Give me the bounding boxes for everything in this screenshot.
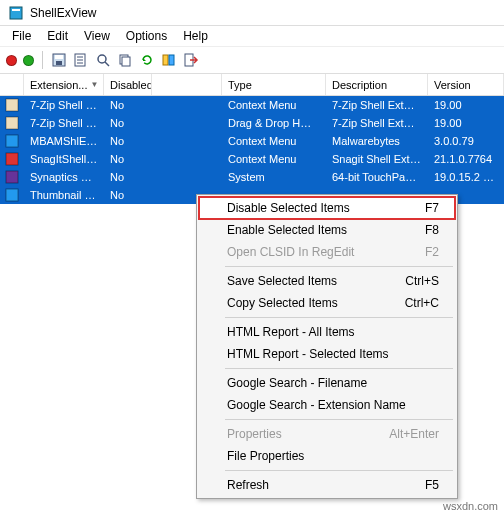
- cell-disabled: No: [104, 99, 152, 111]
- ctx-refresh[interactable]: Refresh F5: [199, 474, 455, 496]
- ctx-html-all[interactable]: HTML Report - All Items: [199, 321, 455, 343]
- save-icon[interactable]: [51, 52, 67, 68]
- menu-options[interactable]: Options: [118, 27, 175, 45]
- extension-icon: [4, 133, 20, 149]
- options-icon[interactable]: [161, 52, 177, 68]
- extension-icon: [4, 187, 20, 203]
- ctx-google-extension[interactable]: Google Search - Extension Name: [199, 394, 455, 416]
- cell-name: Thumbnail …: [24, 189, 104, 201]
- cell-version: 19.00: [428, 99, 504, 111]
- table-row[interactable]: SnagItShellE…NoContext MenuSnagit Shell …: [0, 150, 504, 168]
- copy-icon[interactable]: [117, 52, 133, 68]
- svg-rect-19: [6, 153, 18, 165]
- cell-description: 7-Zip Shell Ext…: [326, 99, 428, 111]
- column-extension[interactable]: Extension... ▼: [24, 74, 104, 95]
- extension-icon: [4, 115, 20, 131]
- svg-rect-12: [122, 57, 130, 66]
- ctx-separator: [225, 419, 453, 420]
- ctx-open-clsid: Open CLSID In RegEdit F2: [199, 241, 455, 263]
- column-version[interactable]: Version: [428, 74, 504, 95]
- ctx-separator: [225, 368, 453, 369]
- cell-disabled: No: [104, 117, 152, 129]
- ctx-copy-selected[interactable]: Copy Selected Items Ctrl+C: [199, 292, 455, 314]
- column-disabled[interactable]: Disabled: [104, 74, 152, 95]
- svg-rect-0: [10, 7, 22, 19]
- ctx-separator: [225, 317, 453, 318]
- ctx-html-selected[interactable]: HTML Report - Selected Items: [199, 343, 455, 365]
- extension-icon: [4, 169, 20, 185]
- cell-disabled: No: [104, 153, 152, 165]
- table-row[interactable]: MBAMShlEx…NoContext MenuMalwarebytes3.0.…: [0, 132, 504, 150]
- table-row[interactable]: 7-Zip Shell E…NoDrag & Drop H…7-Zip Shel…: [0, 114, 504, 132]
- cell-description: Malwarebytes: [326, 135, 428, 147]
- column-headers: Extension... ▼ Disabled Type Description…: [0, 74, 504, 96]
- svg-rect-4: [56, 61, 62, 65]
- context-menu: Disable Selected Items F7 Enable Selecte…: [196, 194, 458, 499]
- cell-version: 19.00: [428, 117, 504, 129]
- exit-icon[interactable]: [183, 52, 199, 68]
- cell-description: 7-Zip Shell Ext…: [326, 117, 428, 129]
- item-list: 7-Zip Shell E…NoContext Menu7-Zip Shell …: [0, 96, 504, 204]
- svg-rect-13: [163, 55, 168, 65]
- svg-rect-3: [55, 55, 63, 59]
- cell-type: Context Menu: [222, 153, 326, 165]
- svg-rect-1: [12, 9, 20, 11]
- sort-indicator-icon: ▼: [91, 80, 99, 89]
- title-bar: ShellExView: [0, 0, 504, 26]
- svg-rect-21: [6, 189, 18, 201]
- cell-description: 64-bit TouchPa…: [326, 171, 428, 183]
- ctx-google-filename[interactable]: Google Search - Filename: [199, 372, 455, 394]
- extension-icon: [4, 151, 20, 167]
- svg-rect-14: [169, 55, 174, 65]
- svg-line-10: [105, 62, 109, 66]
- window-title: ShellExView: [30, 6, 96, 20]
- cell-disabled: No: [104, 189, 152, 201]
- watermark: wsxdn.com: [443, 500, 498, 512]
- svg-rect-18: [6, 135, 18, 147]
- toolbar: [0, 46, 504, 74]
- app-icon: [8, 5, 24, 21]
- enable-icon[interactable]: [23, 55, 34, 66]
- cell-name: Synaptics C…: [24, 171, 104, 183]
- menu-view[interactable]: View: [76, 27, 118, 45]
- menu-edit[interactable]: Edit: [39, 27, 76, 45]
- cell-version: 3.0.0.79: [428, 135, 504, 147]
- ctx-enable-selected[interactable]: Enable Selected Items F8: [199, 219, 455, 241]
- svg-rect-16: [6, 99, 18, 111]
- ctx-disable-selected[interactable]: Disable Selected Items F7: [198, 196, 456, 220]
- ctx-separator: [225, 470, 453, 471]
- cell-description: Snagit Shell Ext…: [326, 153, 428, 165]
- cell-name: SnagItShellE…: [24, 153, 104, 165]
- disable-icon[interactable]: [6, 55, 17, 66]
- table-row[interactable]: Synaptics C…NoSystem64-bit TouchPa…19.0.…: [0, 168, 504, 186]
- cell-name: 7-Zip Shell E…: [24, 99, 104, 111]
- cell-type: Context Menu: [222, 135, 326, 147]
- column-type[interactable]: Type: [222, 74, 326, 95]
- column-description[interactable]: Description: [326, 74, 428, 95]
- cell-version: 19.0.15.2 09Jul15: [428, 171, 504, 183]
- svg-point-9: [98, 55, 106, 63]
- cell-version: 21.1.0.7764: [428, 153, 504, 165]
- cell-name: MBAMShlEx…: [24, 135, 104, 147]
- ctx-save-selected[interactable]: Save Selected Items Ctrl+S: [199, 270, 455, 292]
- properties-icon[interactable]: [73, 52, 89, 68]
- extension-icon: [4, 97, 20, 113]
- ctx-file-properties[interactable]: File Properties: [199, 445, 455, 467]
- refresh-icon[interactable]: [139, 52, 155, 68]
- menu-help[interactable]: Help: [175, 27, 216, 45]
- column-blank[interactable]: [152, 74, 222, 95]
- ctx-properties: Properties Alt+Enter: [199, 423, 455, 445]
- table-row[interactable]: 7-Zip Shell E…NoContext Menu7-Zip Shell …: [0, 96, 504, 114]
- svg-rect-20: [6, 171, 18, 183]
- cell-type: Drag & Drop H…: [222, 117, 326, 129]
- cell-type: System: [222, 171, 326, 183]
- ctx-separator: [225, 266, 453, 267]
- column-icon[interactable]: [0, 74, 24, 95]
- cell-type: Context Menu: [222, 99, 326, 111]
- svg-rect-17: [6, 117, 18, 129]
- cell-disabled: No: [104, 135, 152, 147]
- toolbar-separator: [42, 51, 43, 69]
- menu-file[interactable]: File: [4, 27, 39, 45]
- cell-disabled: No: [104, 171, 152, 183]
- find-icon[interactable]: [95, 52, 111, 68]
